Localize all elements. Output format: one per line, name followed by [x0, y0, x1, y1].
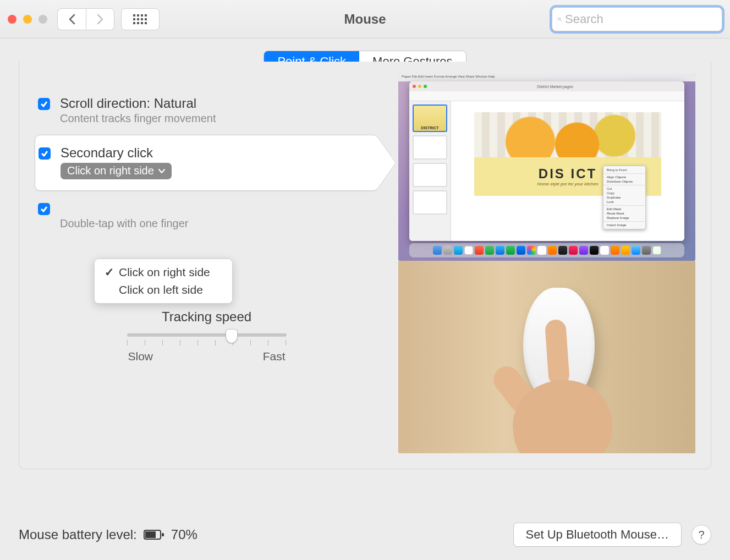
svg-rect-5 — [137, 18, 139, 20]
preview-menubar: Pages File Edit Insert Format Arrange Vi… — [398, 74, 695, 81]
zoom-window-button — [39, 15, 47, 24]
preview-context-menu: Bring to Front Align Objects Distribute … — [603, 166, 646, 229]
chevron-right-icon — [96, 14, 104, 25]
footer: Mouse battery level: 70% Set Up Bluetoot… — [19, 523, 711, 547]
back-button[interactable] — [57, 8, 86, 30]
battery-status: Mouse battery level: 70% — [19, 527, 197, 542]
svg-point-12 — [558, 18, 561, 20]
preview-dock — [409, 243, 684, 257]
preview-column: Pages File Edit Insert Format Arrange Vi… — [398, 74, 695, 453]
svg-rect-10 — [141, 22, 143, 24]
dropdown-selected-label: Click on right side — [67, 164, 154, 177]
svg-rect-7 — [145, 18, 147, 20]
check-icon — [40, 100, 48, 108]
search-field[interactable] — [552, 7, 722, 31]
settings-panel: Scroll direction: Natural Content tracks… — [19, 62, 711, 469]
svg-rect-1 — [137, 14, 139, 17]
preview-app-window: District Market.pages DISTRICT DIS ICT — [409, 81, 684, 241]
minimize-window-button[interactable] — [23, 15, 32, 24]
setup-bluetooth-mouse-button[interactable]: Set Up Bluetooth Mouse… — [513, 523, 682, 547]
battery-value: 70% — [171, 527, 197, 542]
menu-item-left-side[interactable]: Click on left side — [95, 281, 232, 299]
setting-scroll-direction[interactable]: Scroll direction: Natural Content tracks… — [35, 89, 378, 133]
svg-rect-15 — [145, 531, 156, 538]
menu-item-right-side[interactable]: ✓ Click on right side — [95, 263, 232, 281]
search-input[interactable] — [565, 12, 716, 26]
tracking-speed-section: Tracking speed Slow Fast — [35, 309, 378, 363]
titlebar: Mouse — [0, 0, 730, 39]
secondary-click-menu: ✓ Click on right side Click on left side — [94, 259, 233, 304]
setting-smart-zoom[interactable]: Smart zoom Double-tap with one finger — [35, 194, 378, 238]
slider-min-label: Slow — [128, 350, 153, 363]
settings-list: Scroll direction: Natural Content tracks… — [35, 74, 378, 453]
grid-icon — [133, 14, 147, 24]
svg-rect-9 — [137, 22, 139, 24]
preview-banner-sub: Home-style pre for your kitchen — [537, 182, 598, 186]
menu-item-label: Click on right side — [119, 266, 210, 279]
setting-subtitle: Content tracks finger movement — [60, 112, 216, 125]
preview-mouse-video — [398, 261, 695, 453]
check-icon — [40, 205, 48, 213]
svg-rect-0 — [133, 14, 135, 17]
window-controls — [8, 15, 47, 24]
preview-banner-title: DIS ICT — [539, 166, 597, 182]
battery-label: Mouse battery level: — [19, 527, 137, 542]
check-icon — [41, 150, 48, 157]
svg-rect-8 — [133, 22, 135, 24]
search-icon — [558, 14, 562, 25]
check-icon: ✓ — [105, 266, 113, 279]
svg-line-13 — [561, 20, 562, 21]
tracking-speed-slider[interactable]: Slow Fast — [127, 333, 287, 363]
forward-button[interactable] — [86, 8, 114, 30]
show-all-prefs-button[interactable] — [121, 8, 160, 30]
svg-rect-4 — [133, 18, 135, 20]
slider-track — [127, 333, 287, 337]
slider-max-label: Fast — [263, 350, 286, 363]
svg-rect-2 — [141, 14, 143, 17]
chevron-down-icon — [158, 168, 165, 174]
hand-icon — [496, 342, 628, 453]
secondary-click-dropdown[interactable]: Click on right side — [61, 163, 172, 179]
battery-icon — [144, 529, 164, 540]
checkbox-smart-zoom[interactable] — [38, 203, 50, 215]
chevron-left-icon — [68, 14, 76, 25]
tracking-speed-label: Tracking speed — [35, 309, 378, 325]
svg-rect-16 — [162, 533, 164, 536]
svg-rect-11 — [145, 22, 147, 24]
setting-secondary-click[interactable]: Secondary click Click on right side — [35, 135, 378, 191]
menu-item-label: Click on left side — [119, 283, 203, 297]
svg-rect-3 — [145, 14, 147, 17]
checkbox-scroll-direction[interactable] — [38, 98, 50, 110]
svg-rect-6 — [141, 18, 143, 20]
close-window-button[interactable] — [8, 15, 17, 24]
checkbox-secondary-click[interactable] — [39, 147, 51, 160]
setting-subtitle: Double-tap with one finger — [60, 217, 188, 230]
setting-title: Secondary click — [61, 145, 172, 161]
preview-desktop: Pages File Edit Insert Format Arrange Vi… — [398, 74, 695, 261]
slider-ticks — [127, 340, 287, 345]
preview-doc-title: District Market.pages — [429, 85, 681, 89]
help-button[interactable]: ? — [691, 525, 711, 545]
nav-buttons — [57, 8, 114, 30]
setting-title: Scroll direction: Natural — [60, 96, 216, 111]
